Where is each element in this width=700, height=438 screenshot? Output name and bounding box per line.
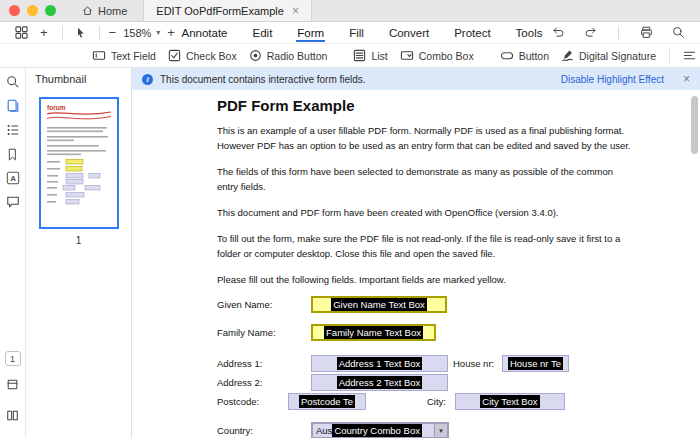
home-icon xyxy=(82,5,93,16)
search-icon xyxy=(672,26,685,39)
sidebar-search-button[interactable] xyxy=(2,71,24,93)
address2-label: Address 2: xyxy=(217,377,311,388)
paragraph-line: The fields of this form have been select… xyxy=(217,164,700,179)
minimize-window-button[interactable] xyxy=(27,5,38,16)
alignment-dropdown[interactable]: ▾ xyxy=(677,47,700,64)
menu-edit[interactable]: Edit xyxy=(252,24,274,42)
paragraph-line: To fill out the form, make sure the PDF … xyxy=(217,231,700,246)
postcode-field[interactable]: Postcode Te xyxy=(288,393,366,410)
document-title: PDF Form Example xyxy=(217,97,700,114)
check-box-tool-label: Check Box xyxy=(186,50,237,62)
home-tab-label: Home xyxy=(98,5,127,17)
address1-field-title: Address 1 Text Box xyxy=(337,357,423,370)
printer-icon xyxy=(640,26,653,39)
close-window-button[interactable] xyxy=(9,5,20,16)
radio-button-tool[interactable]: Radio Button xyxy=(243,47,334,64)
tab-home[interactable]: Home xyxy=(66,0,143,21)
menu-form[interactable]: Form xyxy=(296,24,325,42)
dashboard-button[interactable] xyxy=(10,24,33,41)
add-tab-button[interactable]: + xyxy=(33,23,55,42)
combo-box-tool[interactable]: Combo Box xyxy=(394,47,480,64)
paragraph-line: However PDF has an option to be used as … xyxy=(217,138,700,153)
print-button[interactable] xyxy=(635,24,658,41)
house-nr-field[interactable]: House nr Te xyxy=(502,355,569,372)
paragraph-line: entry fields. xyxy=(217,179,700,194)
combo-dropdown-button[interactable]: ▼ xyxy=(434,424,447,437)
menu-protect[interactable]: Protect xyxy=(453,24,491,42)
address2-field[interactable]: Address 2 Text Box xyxy=(311,374,448,391)
app-window: Home EDIT OoPdfFormExample × + − 158% ▾ … xyxy=(0,0,700,438)
close-tab-icon[interactable]: × xyxy=(292,5,299,17)
thumbnail-panel-button[interactable] xyxy=(2,95,24,117)
menu-annotate[interactable]: Annotate xyxy=(180,24,228,42)
zoom-out-button[interactable]: − xyxy=(107,25,119,40)
redo-button[interactable] xyxy=(579,24,602,41)
outline-panel-icon xyxy=(6,123,20,137)
bookmark-panel-button[interactable] xyxy=(2,143,24,165)
outline-panel-button[interactable] xyxy=(2,119,24,141)
thumbnail-page-preview: forum xyxy=(43,101,115,225)
zoom-in-button[interactable]: + xyxy=(165,25,177,40)
current-page-indicator[interactable]: 1 xyxy=(5,351,21,366)
digital-signature-tool[interactable]: Digital Signature xyxy=(555,47,662,64)
thumbnail-panel-icon xyxy=(6,99,20,113)
button-tool[interactable]: Button xyxy=(494,47,555,64)
house-nr-label: House nr: xyxy=(453,358,502,369)
dashboard-icon xyxy=(15,26,28,39)
notice-close-icon[interactable]: × xyxy=(683,72,690,86)
two-page-view-button[interactable] xyxy=(2,404,24,426)
given-name-label: Given Name: xyxy=(217,299,311,310)
search-button[interactable] xyxy=(667,24,690,41)
list-tool-label: List xyxy=(371,50,387,62)
form-row-address1: Address 1: Address 1 Text Box House nr: … xyxy=(217,355,700,372)
family-name-field[interactable]: Family Name Text Box xyxy=(311,324,436,341)
menu-convert[interactable]: Convert xyxy=(388,24,430,42)
zoom-controls: − 158% ▾ + xyxy=(107,25,177,40)
undo-button[interactable] xyxy=(547,24,570,41)
paragraph: To fill out the form, make sure the PDF … xyxy=(217,231,700,261)
menu-fill[interactable]: Fill xyxy=(348,24,365,42)
page-view-button[interactable] xyxy=(2,373,24,395)
country-combo-box[interactable]: Aus Country Combo Box ▼ xyxy=(311,422,449,438)
info-icon: i xyxy=(142,74,153,85)
zoom-level[interactable]: 158% xyxy=(123,27,151,39)
divider xyxy=(618,26,619,40)
list-tool[interactable]: List xyxy=(347,47,393,64)
redo-icon xyxy=(584,26,597,39)
country-combo-value: Aus xyxy=(316,425,332,436)
thumbnail-panel-title: Thumbnail xyxy=(26,68,131,90)
form-row-postcode-city: Postcode: Postcode Te City: City Text Bo… xyxy=(217,393,700,410)
address1-field[interactable]: Address 1 Text Box xyxy=(311,355,448,372)
button-icon xyxy=(500,49,514,62)
digital-signature-tool-label: Digital Signature xyxy=(579,50,656,62)
check-box-tool[interactable]: Check Box xyxy=(162,47,243,64)
address1-label: Address 1: xyxy=(217,358,311,369)
thumbnail-page-number: 1 xyxy=(76,235,82,246)
divider xyxy=(62,26,63,40)
select-tool-button[interactable] xyxy=(70,25,92,41)
text-field-tool[interactable]: Text Field xyxy=(86,47,162,64)
vertical-scrollbar-thumb[interactable] xyxy=(691,96,698,154)
disable-highlight-link[interactable]: Disable Highlight Effect xyxy=(561,74,664,85)
country-label: Country: xyxy=(217,425,311,436)
combo-box-tool-label: Combo Box xyxy=(419,50,474,62)
family-name-label: Family Name: xyxy=(217,327,311,338)
main-area: A 1 Thumbnail forum xyxy=(0,68,700,438)
thumbnail-list: forum xyxy=(26,90,131,246)
comment-panel-button[interactable] xyxy=(2,191,24,213)
notice-message: This document contains interactive form … xyxy=(160,74,366,85)
postcode-field-title: Postcode Te xyxy=(299,395,355,408)
city-field[interactable]: City Text Box xyxy=(455,393,565,410)
tab-document[interactable]: EDIT OoPdfFormExample × xyxy=(143,0,312,21)
zoom-window-button[interactable] xyxy=(45,5,56,16)
paragraph-line: This is an example of a user fillable PD… xyxy=(217,123,700,138)
zoom-dropdown-icon[interactable]: ▾ xyxy=(156,28,160,37)
page-thumbnail[interactable]: forum xyxy=(39,97,119,229)
given-name-field[interactable]: Given Name Text Box xyxy=(311,296,447,313)
toolbar-right-icons xyxy=(547,24,690,41)
font-panel-button[interactable]: A xyxy=(2,167,24,189)
menu-tools[interactable]: Tools xyxy=(515,24,544,42)
thumbnail-panel: Thumbnail forum xyxy=(26,68,132,438)
button-tool-label: Button xyxy=(519,50,549,62)
page-view-icon xyxy=(6,378,19,391)
